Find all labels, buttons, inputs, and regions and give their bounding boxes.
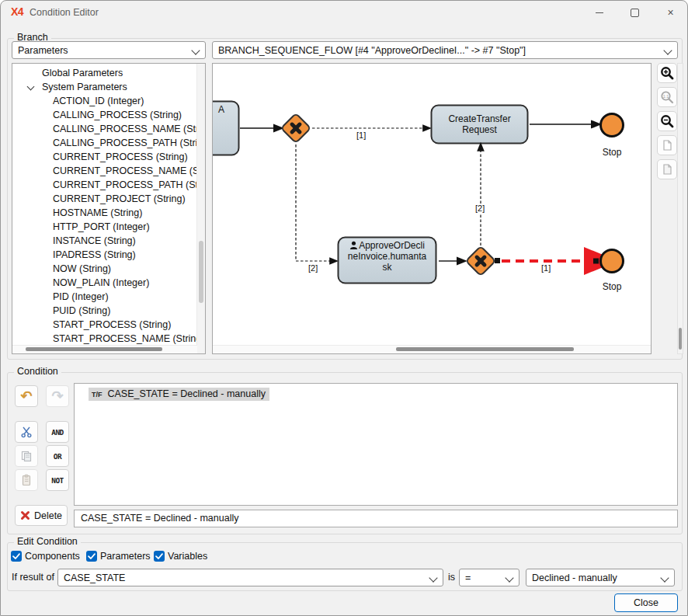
- tree-item[interactable]: CURRENT_PROJECT (String): [12, 192, 205, 206]
- branch-scope-combo[interactable]: Parameters: [12, 41, 206, 59]
- tree-item-label: CURRENT_PROCESS_NAME (String): [53, 165, 206, 176]
- value-combo-value: Declined - manually: [532, 572, 617, 583]
- tree-item[interactable]: INSTANCE (String): [12, 234, 205, 248]
- variables-checkbox-label: Variables: [168, 551, 207, 562]
- redo-button[interactable]: ↷: [46, 385, 69, 407]
- redo-icon: ↷: [51, 389, 63, 403]
- copy-button[interactable]: [15, 445, 38, 467]
- delete-button[interactable]: Delete: [15, 505, 68, 526]
- not-button[interactable]: NOT: [46, 469, 69, 491]
- edit-condition-group-label: Edit Condition: [14, 536, 81, 547]
- condition-list[interactable]: T/FCASE_STATE = Declined - manually: [74, 383, 678, 506]
- tree-item-label: PID (Integer): [53, 291, 109, 302]
- operator-combo[interactable]: =: [459, 569, 519, 586]
- operator-value: =: [465, 572, 471, 583]
- maximize-button[interactable]: [617, 1, 652, 24]
- approve-task-name: ApproveOrDeclineInvoice.humantask: [348, 240, 426, 273]
- and-button[interactable]: AND: [46, 421, 69, 443]
- partial-task-label: A: [214, 104, 228, 115]
- tree-item[interactable]: System Parameters: [12, 80, 205, 94]
- tree-item-label: CURRENT_PROCESS (String): [53, 151, 188, 162]
- minimize-button[interactable]: [582, 1, 617, 24]
- xor-gateway-2[interactable]: [466, 246, 495, 276]
- tree-item[interactable]: START_PROCESS (String): [12, 318, 205, 332]
- edge-handle[interactable]: [593, 259, 599, 264]
- close-window-button[interactable]: ×: [653, 1, 688, 24]
- conditional-flow-2[interactable]: [296, 144, 331, 261]
- branch-flow-value: BRANCH_SEQUENCE_FLOW [#4 "ApproveOrDecli…: [218, 45, 526, 56]
- undo-button[interactable]: ↶: [15, 385, 38, 407]
- checkbox-checked-icon: [86, 551, 97, 562]
- tree-item-label: System Parameters: [42, 82, 127, 92]
- cut-button[interactable]: [15, 421, 38, 443]
- condition-row[interactable]: T/FCASE_STATE = Declined - manually: [89, 388, 269, 401]
- condition-expression-field[interactable]: CASE_STATE = Declined - manually: [74, 510, 678, 527]
- tree-item[interactable]: PUID (String): [12, 304, 205, 318]
- branch-scope-value: Parameters: [18, 45, 68, 56]
- condition-row-text: CASE_STATE = Declined - manually: [108, 388, 266, 399]
- scrollbar-thumb[interactable]: [396, 347, 574, 351]
- edge-label-4: [1]: [540, 263, 552, 273]
- tree-vertical-scrollbar[interactable]: [196, 64, 205, 353]
- scrollbar-thumb[interactable]: [199, 241, 203, 303]
- tree-item[interactable]: CURRENT_PROCESS_PATH (String): [12, 178, 205, 192]
- tree-item-label: START_PROCESS (String): [53, 319, 171, 330]
- edge-label-3: [2]: [474, 204, 486, 213]
- new-page-button[interactable]: [657, 159, 677, 179]
- tree-item-label: CALLING_PROCESS_NAME (String): [53, 124, 206, 134]
- branch-flow-combo[interactable]: BRANCH_SEQUENCE_FLOW [#4 "ApproveOrDecli…: [212, 41, 678, 59]
- stop-node-bottom[interactable]: [601, 250, 624, 273]
- diagram-vertical-scrollbar[interactable]: [677, 63, 683, 354]
- tree-item[interactable]: CURRENT_PROCESS (String): [12, 150, 205, 164]
- person-icon: [349, 241, 358, 249]
- tree-item[interactable]: CURRENT_PROCESS_NAME (String): [12, 164, 205, 178]
- scrollbar-thumb[interactable]: [679, 328, 682, 350]
- tree-item[interactable]: CALLING_PROCESS_NAME (String): [12, 122, 205, 136]
- parameters-checkbox-label: Parameters: [100, 551, 151, 562]
- tree-item[interactable]: START_PROCESS_NAME (String): [12, 332, 205, 346]
- xor-gateway-1[interactable]: [281, 113, 311, 143]
- tree-item[interactable]: ACTION_ID (Integer): [12, 94, 205, 108]
- condition-editor-window: X4 Condition Editor × Branch Parameters …: [0, 0, 688, 616]
- tree-item[interactable]: NOW_PLAIN (Integer): [12, 276, 205, 290]
- tree-item[interactable]: IPADRESS (String): [12, 248, 205, 262]
- chevron-down-icon[interactable]: [27, 83, 35, 91]
- operand-value: CASE_STATE: [64, 572, 125, 583]
- tree-item[interactable]: HOSTNAME (String): [12, 206, 205, 220]
- parameters-checkbox[interactable]: Parameters: [86, 551, 151, 562]
- chevron-down-icon: [505, 573, 513, 582]
- close-button[interactable]: Close: [614, 593, 678, 612]
- components-checkbox[interactable]: Components: [11, 551, 80, 562]
- tree-item[interactable]: NOW (String): [12, 262, 205, 276]
- value-combo[interactable]: Declined - manually: [526, 569, 675, 586]
- zoom-out-button[interactable]: [657, 111, 677, 131]
- edge-handle[interactable]: [495, 258, 500, 263]
- paste-button[interactable]: [15, 469, 38, 491]
- tree-item-label: CURRENT_PROCESS_PATH (String): [53, 179, 206, 190]
- fit-page-button[interactable]: [657, 135, 677, 155]
- tree-horizontal-scrollbar[interactable]: [12, 345, 197, 353]
- chevron-down-icon: [191, 46, 200, 54]
- undo-icon: ↶: [20, 389, 32, 403]
- diagram-horizontal-scrollbar[interactable]: [213, 345, 651, 353]
- scrollbar-thumb[interactable]: [26, 347, 162, 351]
- tree-item[interactable]: CALLING_PROCESS_PATH (String): [12, 136, 205, 150]
- zoom-actual-size-icon: 1:1: [660, 90, 674, 104]
- minimize-icon: [596, 12, 603, 13]
- or-button[interactable]: OR: [46, 445, 69, 467]
- zoom-in-button[interactable]: [657, 63, 677, 83]
- tree-item[interactable]: CALLING_PROCESS (String): [12, 108, 205, 122]
- approve-task-label: ApproveOrDeclineInvoice.humantask: [347, 240, 427, 282]
- close-icon: ×: [667, 7, 673, 18]
- tree-item[interactable]: Global Parameters: [12, 66, 205, 80]
- operand-combo[interactable]: CASE_STATE: [57, 569, 443, 586]
- tree-item[interactable]: PID (Integer): [12, 290, 205, 304]
- variables-checkbox[interactable]: Variables: [154, 551, 207, 562]
- parameter-tree[interactable]: Global ParametersSystem ParametersACTION…: [12, 63, 206, 354]
- zoom-out-icon: [660, 114, 674, 128]
- tree-item[interactable]: HTTP_PORT (Integer): [12, 220, 205, 234]
- zoom-actual-size-button[interactable]: 1:1: [657, 87, 677, 107]
- stop-node-top[interactable]: [601, 114, 624, 137]
- components-checkbox-label: Components: [25, 551, 80, 562]
- checkbox-checked-icon: [154, 551, 165, 562]
